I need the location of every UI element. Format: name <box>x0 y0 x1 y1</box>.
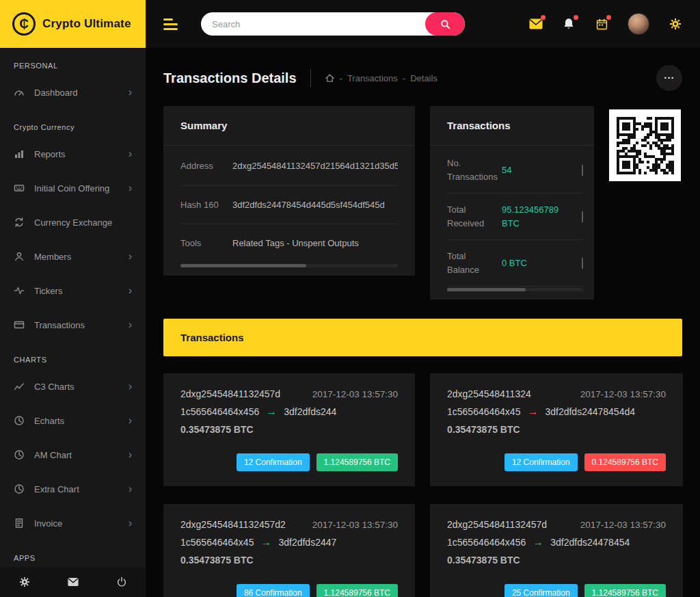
transaction-to-address: 3df2dfds244 <box>284 406 336 417</box>
summary-row-label: Tools <box>180 237 223 250</box>
sidebar-item-label: Reports <box>34 149 66 159</box>
pulse-icon <box>14 285 25 296</box>
notification-dot <box>574 15 578 20</box>
divider <box>310 69 311 87</box>
chevron-right-icon: › <box>129 415 132 426</box>
chevron-right-icon: › <box>129 87 132 98</box>
search-bar <box>201 12 465 36</box>
clock-icon <box>14 415 25 426</box>
sidebar-footer <box>0 567 146 597</box>
user-avatar[interactable] <box>628 13 649 35</box>
notifications-button[interactable] <box>562 17 576 31</box>
summary-card-title: Summary <box>163 106 415 146</box>
confirmation-badge: 12 Confirmation <box>504 453 578 471</box>
chevron-right-icon: › <box>129 518 132 529</box>
header-actions <box>529 13 682 35</box>
btc-amount-badge: 0.124589756 BTC <box>584 453 666 471</box>
bars-icon <box>14 148 25 159</box>
breadcrumb-transactions[interactable]: Transactions <box>347 73 398 83</box>
transaction-amount: 0.35473875 BTC <box>180 555 398 566</box>
mini-bar <box>582 258 583 269</box>
arrow-right-icon: → <box>527 406 538 417</box>
summary-row-value[interactable]: Related Tags - Unspent Outputs <box>232 237 359 250</box>
transaction-card: 2dxg25454841132457d 2017-12-03 13:57:30 … <box>163 373 415 486</box>
gauge-icon <box>14 87 25 98</box>
overview-row: Summary Address 2dxg25454841132457d21564… <box>163 106 682 300</box>
main-content: Transactions Details - Transactions - De… <box>146 48 700 597</box>
sidebar-item-reports[interactable]: Reports › <box>0 137 146 171</box>
clock-icon <box>14 483 25 494</box>
sidebar-item-label: Invoice <box>34 518 62 529</box>
menu-toggle-icon[interactable] <box>163 18 178 30</box>
settings-icon[interactable] <box>19 576 30 587</box>
sidebar-item-am-chart[interactable]: AM Chart › <box>0 438 146 472</box>
brand[interactable]: ₵ Crypto Ultimate <box>0 0 146 48</box>
sidebar-item-label: Transactions <box>34 320 85 330</box>
btc-amount-badge: 1.124589756 BTC <box>317 453 398 471</box>
summary-row: Tools Related Tags - Unspent Outputs <box>180 224 398 263</box>
summary-row-label: Hash 160 <box>180 198 223 212</box>
search-button[interactable] <box>425 12 465 36</box>
horizontal-scrollbar[interactable] <box>180 264 398 267</box>
calendar-button[interactable] <box>595 17 608 31</box>
transaction-hash: 2dxg25454841132457d <box>447 519 547 530</box>
sidebar-item-echarts[interactable]: Echarts › <box>0 403 146 438</box>
sidebar-item-tickers[interactable]: Tickers › <box>0 274 146 308</box>
clock-icon <box>14 449 25 460</box>
app-header: ₵ Crypto Ultimate <box>0 0 700 48</box>
chevron-right-icon: › <box>129 449 132 460</box>
arrow-right-icon: → <box>266 406 277 417</box>
transaction-amount: 0.35473875 BTC <box>447 424 666 435</box>
transaction-card: 2dxg25454841132457d 2017-12-03 13:57:30 … <box>430 504 683 597</box>
btc-amount-badge: 1.124589756 BTC <box>584 584 666 597</box>
sidebar-item-c3-charts[interactable]: C3 Charts › <box>0 369 146 403</box>
user-icon <box>14 251 25 262</box>
sidebar-item-label: AM Chart <box>34 450 72 460</box>
sidebar-section-label: APPS <box>0 540 146 568</box>
sidebar-item-dashboard[interactable]: Dashboard › <box>0 75 146 109</box>
sidebar-item-invoice[interactable]: Invoice › <box>0 506 146 540</box>
sidebar-item-currency-exchange[interactable]: Currency Exchange <box>0 205 146 239</box>
summary-row-value: 3df2dfds24478454d445d5sf454df545d <box>232 198 385 212</box>
transaction-from-address: 1c565646464x45 <box>180 537 254 548</box>
breadcrumb-details[interactable]: Details <box>410 73 438 83</box>
chevron-right-icon: › <box>129 251 132 262</box>
transaction-card: 2dxg25454841132457d2 2017-12-03 13:57:30… <box>163 504 415 597</box>
sidebar-item-label: Initial Coin Offering <box>34 183 109 194</box>
transaction-from-address: 1c565646464x456 <box>447 537 526 548</box>
transaction-timestamp: 2017-12-03 13:57:30 <box>312 520 398 530</box>
transaction-to-address: 3df2dfds24478454d4 <box>545 406 635 417</box>
transactions-row-label: Total Balance <box>447 250 496 276</box>
transactions-card-title: Transactions <box>430 106 594 146</box>
transaction-hash: 2dxg25454841132457d2 <box>180 519 286 530</box>
transactions-summary-row: Total Balance 0 BTC <box>447 240 583 287</box>
home-icon[interactable] <box>325 73 335 83</box>
bell-icon <box>563 18 574 30</box>
search-input[interactable] <box>201 12 425 36</box>
horizontal-scrollbar[interactable] <box>447 288 583 291</box>
sidebar-item-transactions[interactable]: Transactions › <box>0 308 146 342</box>
transaction-timestamp: 2017-12-03 13:57:30 <box>312 389 398 399</box>
chevron-right-icon: › <box>129 483 132 494</box>
sidebar-item-members[interactable]: Members › <box>0 239 146 274</box>
more-options-button[interactable]: ... <box>656 65 682 91</box>
settings-button[interactable] <box>669 17 682 31</box>
transactions-summary-row: Total Received 95.123456789 BTC <box>447 194 583 240</box>
sidebar-item-initial-coin-offering[interactable]: Initial Coin Offering › <box>0 171 146 205</box>
sidebar-item-extra-chart[interactable]: Extra Chart › <box>0 472 146 506</box>
transaction-hash: 2dxg254548411324 <box>447 388 531 399</box>
gear-icon <box>669 18 682 30</box>
messages-button[interactable] <box>529 17 543 31</box>
transaction-timestamp: 2017-12-03 13:57:30 <box>580 389 666 399</box>
transactions-grid: 2dxg25454841132457d 2017-12-03 13:57:30 … <box>163 373 682 597</box>
notification-dot <box>606 15 611 20</box>
sidebar-item-label: Currency Exchange <box>34 217 112 228</box>
sidebar-item-label: C3 Charts <box>34 382 75 392</box>
cardpay-icon <box>14 319 25 330</box>
transactions-banner: Transactions <box>163 319 682 356</box>
transactions-row-value: 0 BTC <box>502 256 578 270</box>
mail-icon[interactable] <box>68 576 79 587</box>
sidebar-item-label: Members <box>34 252 71 262</box>
power-icon[interactable] <box>116 576 127 587</box>
sidebar-item-label: Extra Chart <box>34 484 79 494</box>
